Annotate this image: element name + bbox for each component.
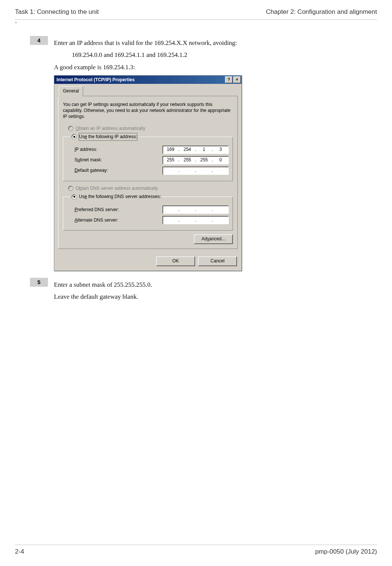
tcpip-properties-dialog: Internet Protocol (TCP/IP) Properties ? …	[54, 75, 242, 271]
radio-obtain-ip-auto[interactable]: Obtain an IP address automatically	[68, 125, 233, 132]
use-dns-group: Use the following DNS server addresses: …	[63, 193, 233, 231]
label-ip-address: IP address:	[75, 146, 97, 153]
radio-label: Use the following DNS server addresses:	[79, 193, 161, 200]
footer-page-number: 2-4	[15, 548, 24, 556]
field-subnet-mask: Subnet mask: 255. 255. 255. 0	[67, 156, 229, 164]
titlebar-help-button[interactable]: ?	[225, 76, 233, 83]
label-default-gateway: Default gateway:	[75, 167, 108, 174]
input-ip-address[interactable]: 169. 254. 1. 3	[162, 146, 229, 154]
steps-container: 4 Enter an IP address that is valid for …	[30, 36, 377, 304]
footer-rule	[15, 545, 377, 545]
dialog-title: Internet Protocol (TCP/IP) Properties	[57, 76, 135, 83]
step-number-5: 5	[30, 278, 48, 287]
cancel-button[interactable]: Cancel	[198, 256, 237, 266]
radio-label: Obtain an IP address automatically	[76, 125, 145, 132]
advanced-button[interactable]: Advanced...	[194, 234, 233, 244]
label-subnet-mask: Subnet mask:	[75, 156, 102, 164]
input-subnet-mask[interactable]: 255. 255. 255. 0	[162, 156, 229, 164]
field-ip-address: IP address: 169. 254. 1. 3	[67, 146, 229, 154]
dialog-titlebar[interactable]: Internet Protocol (TCP/IP) Properties ? …	[54, 76, 241, 84]
dialog-footer-buttons: OK Cancel	[54, 253, 241, 271]
tab-content: You can get IP settings assigned automat…	[58, 96, 238, 249]
page-header: Task 1: Connecting to the unit Chapter 2…	[15, 8, 377, 19]
input-default-gateway[interactable]: . . .	[162, 167, 229, 175]
field-default-gateway: Default gateway: . . .	[67, 167, 229, 175]
radio-icon	[72, 134, 77, 139]
step-5-line2: Leave the default gateway blank.	[54, 292, 377, 302]
titlebar-close-button[interactable]: ×	[233, 76, 241, 83]
step-5-line1: Enter a subnet mask of 255.255.255.0.	[54, 280, 377, 290]
radio-label: Use the following IP address:	[79, 133, 137, 140]
input-preferred-dns[interactable]: . . .	[162, 206, 229, 214]
header-right: Chapter 2: Configuration and alignment	[266, 8, 377, 16]
radio-icon	[68, 126, 73, 131]
ok-button[interactable]: OK	[156, 256, 195, 266]
step-5-body: Enter a subnet mask of 255.255.255.0. Le…	[54, 278, 377, 304]
input-alternate-dns[interactable]: . . .	[162, 216, 229, 224]
step-5: 5 Enter a subnet mask of 255.255.255.0. …	[30, 278, 377, 304]
label-alternate-dns: Alternate DNS server:	[75, 217, 118, 224]
radio-use-ip[interactable]: Use the following IP address:	[70, 133, 139, 140]
step-number-4: 4	[30, 36, 48, 45]
step-4-body: Enter an IP address that is valid for th…	[54, 36, 377, 271]
radio-label: Obtain DNS server address automatically	[76, 185, 158, 192]
step-4: 4 Enter an IP address that is valid for …	[30, 36, 377, 271]
label-preferred-dns: Preferred DNS server:	[75, 206, 119, 213]
radio-use-dns[interactable]: Use the following DNS server addresses:	[70, 193, 162, 200]
field-preferred-dns: Preferred DNS server: . . .	[67, 206, 229, 214]
tab-strip: General	[58, 87, 238, 96]
use-ip-group: Use the following IP address: IP address…	[63, 133, 233, 181]
step-4-line1: Enter an IP address that is valid for th…	[54, 38, 377, 48]
dash-mark: -	[15, 19, 377, 25]
step-4-indent: 169.254.0.0 and 169.254.1.1 and 169.254.…	[72, 50, 377, 60]
step-4-line2: A good example is 169.254.1.3:	[54, 63, 377, 72]
tab-general[interactable]: General	[59, 86, 83, 96]
radio-icon	[68, 186, 73, 191]
radio-icon	[72, 194, 77, 200]
radio-obtain-dns-auto: Obtain DNS server address automatically	[68, 185, 233, 192]
field-alternate-dns: Alternate DNS server: . . .	[67, 216, 229, 224]
dialog-info-text: You can get IP settings assigned automat…	[63, 101, 233, 120]
page-footer: 2-4 pmp-0050 (July 2012)	[15, 545, 377, 556]
footer-doc-id: pmp-0050 (July 2012)	[315, 548, 377, 556]
header-left: Task 1: Connecting to the unit	[15, 8, 99, 16]
